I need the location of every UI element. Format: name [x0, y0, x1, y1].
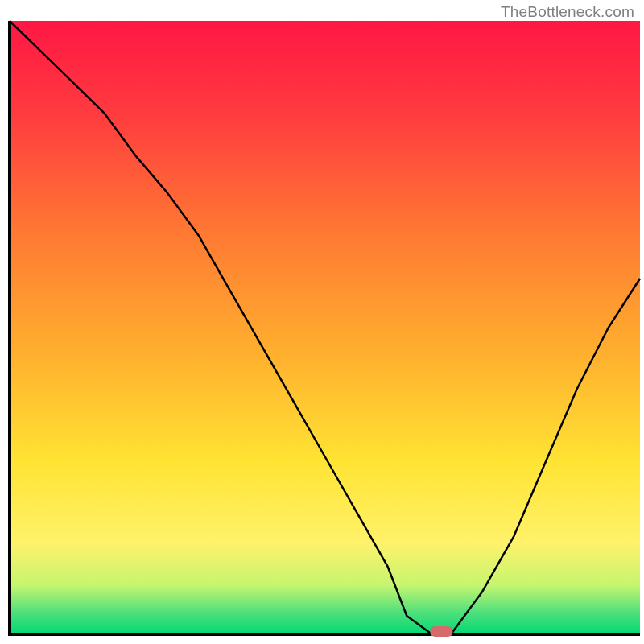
optimal-marker — [430, 626, 452, 637]
bottleneck-chart — [0, 0, 644, 644]
watermark-label: TheBottleneck.com — [501, 3, 634, 21]
chart-svg — [0, 0, 644, 644]
